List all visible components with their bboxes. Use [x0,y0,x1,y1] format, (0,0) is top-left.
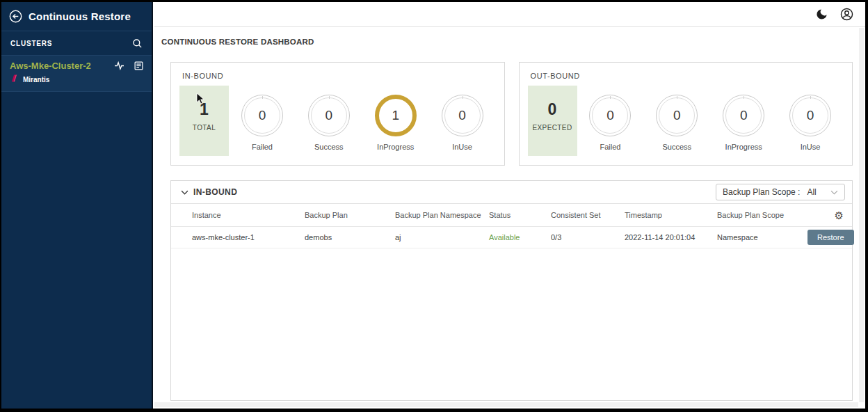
cluster-item-icons [114,61,143,70]
inbound-stats-row: 1 TOTAL 0 Failed 0 Success [179,86,496,156]
inbound-section-toggle[interactable]: IN-BOUND [181,187,237,197]
sidebar-title: Continuous Restore [29,10,131,22]
sidebar-header: Continuous Restore [1,2,152,31]
stat-value: 1 [379,97,412,134]
clusters-bar: CLUSTERS [1,31,152,56]
report-icon[interactable] [134,61,143,70]
stat-circle: 0 [308,95,350,136]
user-account-icon[interactable] [839,7,854,22]
stat-label: InProgress [377,143,414,151]
outbound-expected-value: 0 [548,100,557,119]
outbound-stat-inuse: 0 InUse [777,86,844,151]
outbound-stat-success: 0 Success [643,86,710,151]
stat-circle: 0 [241,95,283,136]
outbound-stat-failed: 0 Failed [577,86,644,151]
cell-backup-plan: demobs [305,233,395,241]
outbound-panel-title: OUT-BOUND [531,72,844,80]
stat-label: InUse [801,143,821,151]
cell-consistent-set: 0/3 [551,233,625,241]
stat-circle: 0 [442,95,483,136]
scope-filter-label: Backup Plan Scope : [723,187,800,197]
col-header-instance: Instance [171,211,305,219]
cluster-item-row: Aws-Mke-Cluster-2 [10,61,143,71]
stat-circle: 0 [723,95,764,136]
stat-label: InUse [452,143,472,151]
inbound-panel: IN-BOUND 1 TOTAL 0 Failed 0 [170,62,505,166]
sidebar: Continuous Restore CLUSTERS Aws-Mke-Clus… [1,2,153,409]
app-window: Continuous Restore CLUSTERS Aws-Mke-Clus… [0,0,868,412]
stat-label: Success [314,143,344,151]
outbound-panel: OUT-BOUND 0 EXPECTED 0 Failed 0 [519,62,853,166]
clusters-label: CLUSTERS [10,40,52,47]
vertical-scrollbar[interactable] [859,28,864,402]
stat-value: 0 [725,97,762,134]
cell-action: Restore [807,230,861,245]
outbound-expected-label: EXPECTED [532,124,572,132]
activity-icon[interactable] [114,61,124,70]
inbound-total-value: 1 [200,100,209,119]
stat-label: Failed [252,143,273,151]
chevron-down-icon[interactable] [181,190,188,195]
col-header-backup-plan-scope: Backup Plan Scope [717,211,807,219]
page-title: CONTINUOUS RESTORE DASHBOARD [161,38,865,46]
cell-backup-plan-scope: Namespace [717,233,807,241]
main-content: CONTINUOUS RESTORE DASHBOARD IN-BOUND 1 … [154,2,865,409]
inbound-total-label: TOTAL [193,124,216,132]
stat-circle-highlighted: 1 [375,95,417,136]
search-icon[interactable] [132,38,143,49]
cluster-provider-row: Mirantis [10,73,143,86]
table-row: aws-mke-cluster-1 demobs aj Available 0/… [171,227,852,248]
back-icon[interactable] [9,10,22,23]
cell-backup-plan-namespace: aj [395,233,489,241]
inbound-section-title: IN-BOUND [193,187,237,197]
cell-status: Available [489,233,551,241]
inbound-table-section: IN-BOUND Backup Plan Scope : All Instanc… [170,180,853,401]
inbound-total-box: 1 TOTAL [179,86,229,156]
chevron-down-icon [821,190,838,195]
table-header-row: Instance Backup Plan Backup Plan Namespa… [171,204,852,227]
scope-filter-value: All [807,187,816,197]
stat-value: 0 [659,97,695,134]
stat-value: 0 [592,97,628,134]
mirantis-logo-icon [10,73,19,86]
outbound-stat-inprogress: 0 InProgress [710,86,777,151]
col-header-backup-plan-namespace: Backup Plan Namespace [395,211,489,219]
summary-panels: IN-BOUND 1 TOTAL 0 Failed 0 [170,62,853,166]
sidebar-item-cluster[interactable]: Aws-Mke-Cluster-2 [1,56,152,92]
stat-label: InProgress [725,143,762,151]
col-header-backup-plan: Backup Plan [305,211,395,219]
dark-mode-moon-icon[interactable] [815,8,828,21]
stat-value: 0 [792,97,828,134]
col-header-status: Status [489,211,551,219]
outbound-expected-box: 0 EXPECTED [528,86,577,156]
outbound-stats-row: 0 EXPECTED 0 Failed 0 Success [528,86,844,156]
stat-circle: 0 [656,95,698,136]
col-header-timestamp: Timestamp [625,211,717,219]
inbound-section-header: IN-BOUND Backup Plan Scope : All [171,181,852,204]
inbound-stat-failed: 0 Failed [229,86,296,151]
stat-circle: 0 [589,95,631,136]
inbound-stat-inuse: 0 InUse [429,86,496,151]
col-header-consistent-set: Consistent Set [551,211,625,219]
stat-value: 0 [244,97,280,134]
cluster-provider-label: Mirantis [23,76,49,84]
inbound-stat-success: 0 Success [296,86,362,151]
inbound-stat-inprogress: 1 InProgress [362,86,429,151]
table-settings-gear-icon[interactable]: ⚙ [807,210,852,221]
stat-label: Success [663,143,692,151]
topbar [154,2,865,27]
stat-value: 0 [311,97,347,134]
inbound-panel-title: IN-BOUND [182,72,496,80]
stat-value: 0 [444,97,481,134]
stat-circle: 0 [789,95,831,136]
horizontal-scrollbar[interactable] [154,402,858,407]
restore-button[interactable]: Restore [807,230,854,245]
backup-plan-scope-dropdown[interactable]: Backup Plan Scope : All [716,184,845,200]
cell-timestamp: 2022-11-14 20:01:04 [625,233,717,241]
stat-label: Failed [600,143,620,151]
cluster-name[interactable]: Aws-Mke-Cluster-2 [10,61,91,71]
cell-instance: aws-mke-cluster-1 [171,233,305,241]
